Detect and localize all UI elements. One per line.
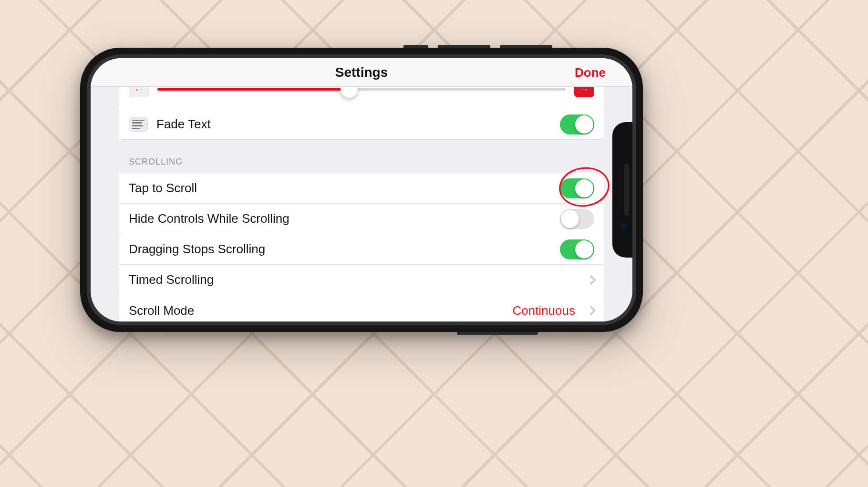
chevron-right-icon (586, 306, 596, 315)
speed-slider[interactable] (157, 87, 566, 96)
dragging-stops-row: Dragging Stops Scrolling (119, 234, 604, 265)
scroll-mode-value: Continuous (512, 303, 575, 318)
hw-button (457, 332, 538, 335)
tap-to-scroll-row: Tap to Scroll (119, 173, 604, 204)
screen: Settings Done ← (91, 58, 632, 321)
slider-thumb[interactable] (341, 87, 358, 98)
hw-button (438, 45, 490, 48)
notch (612, 122, 632, 258)
text-lines-icon (129, 117, 148, 132)
settings-content[interactable]: ← → (91, 87, 632, 321)
fade-text-row: Fade Text (119, 109, 604, 140)
dragging-stops-label: Dragging Stops Scrolling (129, 242, 551, 257)
phone-frame: Settings Done ← (80, 48, 643, 332)
hw-button (500, 45, 552, 48)
slider-increment-button[interactable]: → (574, 87, 594, 97)
arrow-right-icon: → (579, 87, 589, 95)
speaker-grill (624, 164, 629, 216)
hide-controls-label: Hide Controls While Scrolling (129, 211, 551, 226)
arrow-left-icon: ← (134, 87, 144, 95)
hide-controls-row: Hide Controls While Scrolling (119, 204, 604, 234)
scrolling-header: SCROLLING (119, 140, 604, 173)
scroll-mode-row[interactable]: Scroll Mode Continuous (119, 295, 604, 321)
hide-controls-toggle[interactable] (560, 209, 594, 229)
page-title: Settings (335, 65, 388, 80)
slider-fill (157, 88, 349, 91)
timed-scrolling-label: Timed Scrolling (129, 272, 579, 287)
dragging-stops-toggle[interactable] (560, 239, 594, 259)
slider-decrement-button[interactable]: ← (129, 87, 149, 97)
chevron-right-icon (586, 275, 596, 285)
timed-scrolling-row[interactable]: Timed Scrolling (119, 265, 604, 295)
fade-text-label: Fade Text (156, 117, 551, 132)
fade-text-toggle[interactable] (560, 114, 594, 135)
scroll-mode-label: Scroll Mode (129, 303, 504, 318)
navbar: Settings Done (91, 58, 632, 87)
tap-to-scroll-label: Tap to Scroll (129, 181, 551, 196)
speed-slider-row: ← → (119, 87, 604, 109)
hw-button (403, 45, 428, 48)
done-button[interactable]: Done (575, 58, 606, 87)
scrolling-group: Tap to Scroll Hide Controls While Scroll… (119, 173, 604, 321)
tap-to-scroll-toggle[interactable] (560, 178, 594, 198)
